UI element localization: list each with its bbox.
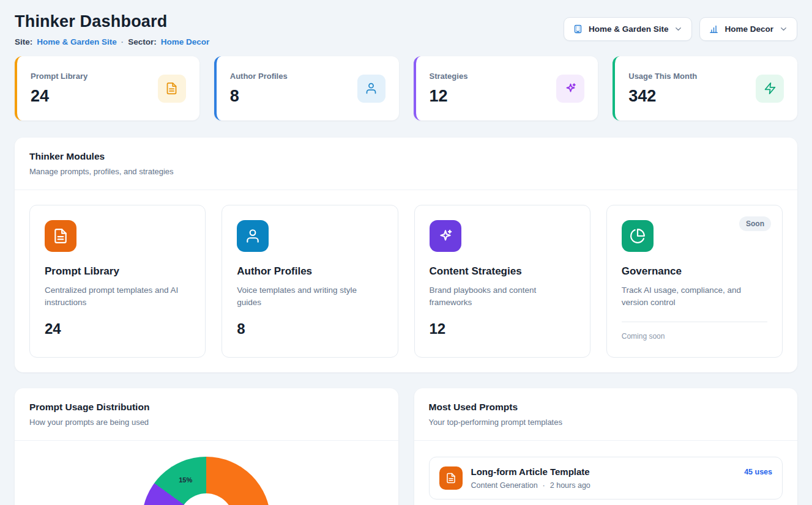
stat-info: Author Profiles 8	[230, 72, 288, 106]
module-card-prompt-library[interactable]: Prompt Library Centralized prompt templa…	[29, 205, 206, 358]
stat-value: 24	[31, 87, 88, 106]
module-title: Prompt Library	[45, 265, 190, 278]
prompt-category: Content Generation	[471, 481, 538, 490]
modules-title: Thinker Modules	[29, 151, 783, 162]
usage-panel-header: Prompt Usage Distribution How your promp…	[15, 388, 398, 441]
modules-subtitle: Manage prompts, profiles, and strategies	[29, 167, 783, 176]
chevron-down-icon	[779, 24, 788, 34]
prompt-item-meta: Content Generation · 2 hours ago	[471, 481, 590, 490]
stat-label: Strategies	[430, 72, 468, 81]
stat-card-prompt-library: Prompt Library 24	[15, 56, 199, 120]
stat-card-author-profiles: Author Profiles 8	[214, 56, 399, 120]
modules-grid: Prompt Library Centralized prompt templa…	[15, 190, 797, 372]
usage-donut: 15%	[142, 457, 270, 505]
stat-info: Strategies 12	[430, 72, 468, 106]
usage-panel-title: Prompt Usage Distribution	[29, 402, 384, 413]
sector-selector-dropdown[interactable]: Home Decor	[699, 17, 797, 41]
site-label: Site:	[15, 37, 32, 46]
stat-info: Usage This Month 342	[628, 72, 697, 106]
stat-card-usage: Usage This Month 342	[613, 56, 797, 120]
sparkle-icon	[430, 220, 461, 252]
dashboard-page: Thinker Dashboard Site: Home & Garden Si…	[0, 0, 812, 505]
thinker-modules-section: Thinker Modules Manage prompts, profiles…	[15, 138, 797, 372]
file-text-icon	[45, 220, 76, 252]
separator-dot: ·	[121, 37, 124, 46]
stat-info: Prompt Library 24	[31, 72, 88, 106]
bottom-row: Prompt Usage Distribution How your promp…	[15, 388, 797, 505]
sector-label: Sector:	[128, 37, 157, 46]
usage-panel-body: 15%	[15, 441, 398, 505]
prompts-panel-body: Long-form Article Template Content Gener…	[414, 441, 798, 505]
bar-chart-icon	[709, 24, 719, 34]
module-count: 24	[45, 320, 190, 337]
module-title: Governance	[622, 265, 767, 278]
prompts-panel-title: Most Used Prompts	[429, 402, 783, 413]
coming-soon-note: Coming soon	[622, 322, 767, 341]
prompts-panel-header: Most Used Prompts Your top-performing pr…	[414, 388, 798, 441]
file-text-icon	[439, 466, 463, 490]
modules-header: Thinker Modules Manage prompts, profiles…	[15, 138, 797, 190]
prompt-item-text: Long-form Article Template Content Gener…	[471, 466, 590, 490]
module-count: 8	[237, 320, 382, 337]
pie-chart-icon	[622, 220, 654, 252]
sparkle-icon	[556, 75, 584, 103]
stat-label: Usage This Month	[628, 72, 697, 81]
donut-chart-wrap: 15%	[29, 457, 384, 505]
module-description: Brand playbooks and content frameworks	[430, 284, 575, 309]
stat-label: Prompt Library	[31, 72, 88, 81]
prompt-item-title: Long-form Article Template	[471, 466, 590, 477]
module-card-author-profiles[interactable]: Author Profiles Voice templates and writ…	[222, 205, 398, 358]
prompt-uses-badge: 45 uses	[744, 468, 772, 476]
header-actions: Home & Garden Site Home Decor	[564, 17, 797, 41]
building-icon	[573, 24, 583, 34]
breadcrumb: Site: Home & Garden Site · Sector: Home …	[15, 37, 209, 46]
site-selector-dropdown[interactable]: Home & Garden Site	[564, 17, 693, 41]
chevron-down-icon	[674, 24, 683, 34]
module-count: 12	[430, 320, 575, 337]
donut-segment-label: 15%	[179, 476, 192, 484]
user-icon	[357, 75, 386, 103]
prompt-time: 2 hours ago	[550, 481, 590, 490]
stat-card-strategies: Strategies 12	[414, 56, 598, 120]
module-description: Centralized prompt templates and AI inst…	[45, 284, 190, 309]
meta-dot: ·	[543, 481, 545, 490]
file-text-icon	[158, 75, 186, 103]
stat-value: 12	[430, 87, 468, 106]
stats-row: Prompt Library 24 Author Profiles 8 Stra…	[15, 56, 797, 120]
site-selector-label: Home & Garden Site	[589, 24, 669, 34]
stat-value: 8	[230, 87, 288, 106]
prompts-panel-subtitle: Your top-performing prompt templates	[429, 418, 783, 427]
sector-selector-label: Home Decor	[724, 24, 773, 34]
header-titles: Thinker Dashboard Site: Home & Garden Si…	[15, 12, 209, 46]
usage-panel-subtitle: How your prompts are being used	[29, 418, 384, 427]
stat-label: Author Profiles	[230, 72, 288, 81]
page-header: Thinker Dashboard Site: Home & Garden Si…	[15, 12, 797, 46]
module-description: Track AI usage, compliance, and version …	[622, 284, 767, 309]
site-link[interactable]: Home & Garden Site	[37, 37, 117, 46]
module-card-governance[interactable]: Soon Governance Track AI usage, complian…	[606, 205, 783, 358]
zap-icon	[756, 75, 784, 103]
prompt-list-item[interactable]: Long-form Article Template Content Gener…	[429, 457, 783, 499]
module-card-content-strategies[interactable]: Content Strategies Brand playbooks and c…	[414, 205, 590, 358]
module-description: Voice templates and writing style guides	[237, 284, 382, 309]
soon-badge: Soon	[739, 216, 771, 231]
module-title: Content Strategies	[430, 265, 575, 278]
user-icon	[237, 220, 269, 252]
sector-link[interactable]: Home Decor	[161, 37, 210, 46]
stat-value: 342	[628, 87, 697, 106]
most-used-prompts-panel: Most Used Prompts Your top-performing pr…	[414, 388, 798, 505]
module-title: Author Profiles	[237, 265, 382, 278]
page-title: Thinker Dashboard	[15, 12, 209, 31]
usage-distribution-panel: Prompt Usage Distribution How your promp…	[15, 388, 398, 505]
